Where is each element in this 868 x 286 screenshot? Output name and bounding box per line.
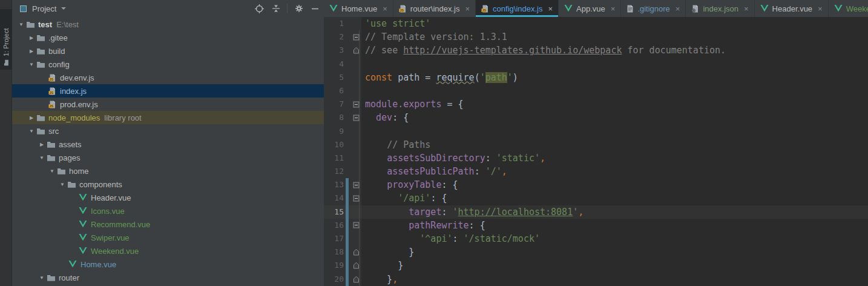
folder-icon — [36, 34, 45, 42]
close-tab-icon[interactable]: × — [611, 4, 616, 13]
close-tab-icon[interactable]: × — [676, 4, 680, 13]
code-line-17[interactable]: 17 '^api': '/static/mock' — [324, 232, 868, 245]
tree-item-build[interactable]: ▶build — [12, 44, 324, 58]
fold-end-icon[interactable] — [350, 273, 361, 286]
tab-config-index-js[interactable]: JSconfig\index.js× — [476, 0, 559, 17]
project-tool-window-button[interactable]: 1: Project — [0, 9, 12, 70]
tree-item-node-modules[interactable]: ▶node_moduleslibrary root — [12, 111, 324, 124]
vcs-change-marker — [346, 178, 349, 191]
line-number: 10 — [324, 138, 344, 151]
tab-home-vue[interactable]: Home.vue× — [324, 0, 393, 17]
fold-end-icon[interactable] — [350, 259, 361, 272]
chevron-expanded-icon[interactable]: ▼ — [48, 168, 56, 174]
locate-icon[interactable] — [254, 4, 265, 14]
chevron-expanded-icon[interactable]: ▼ — [27, 128, 36, 134]
close-tab-icon[interactable]: × — [744, 4, 749, 13]
tree-item-router[interactable]: ▼router — [12, 271, 324, 284]
tree-item-components[interactable]: ▼components — [12, 178, 324, 191]
tree-item-index-js[interactable]: JSindex.js — [12, 84, 324, 98]
code-line-14[interactable]: 14 '/api': { — [324, 191, 868, 205]
close-tab-icon[interactable]: × — [465, 4, 470, 13]
code-line-1[interactable]: 1'use strict' — [324, 17, 868, 30]
code-line-11[interactable]: 11 assetsSubDirectory: 'static', — [324, 151, 868, 165]
code-line-18[interactable]: 18 } — [324, 245, 868, 259]
code-line-15[interactable]: 15 target: 'http://localhost:8081', — [324, 205, 868, 219]
chevron-collapsed-icon[interactable]: ▶ — [38, 142, 46, 147]
tree-item-swiper-vue[interactable]: Swiper.vue — [12, 231, 324, 244]
code-line-13[interactable]: 13 proxyTable: { — [324, 178, 868, 191]
code-line-4[interactable]: 4 — [324, 58, 868, 71]
tree-item-header-vue[interactable]: Header.vue — [12, 191, 324, 204]
fold-collapse-icon[interactable] — [350, 111, 361, 124]
tree-item-assets[interactable]: ▶assets — [12, 138, 324, 151]
code-line-7[interactable]: 7module.exports = { — [324, 98, 868, 111]
line-number: 16 — [324, 219, 344, 232]
vcs-change-marker — [346, 245, 349, 259]
code-line-12[interactable]: 12 assetsPublicPath: '/', — [324, 165, 868, 178]
settings-gear-icon[interactable] — [294, 4, 304, 14]
code-line-2[interactable]: 2// Template version: 1.3.1 — [324, 30, 868, 44]
close-tab-icon[interactable]: × — [548, 4, 553, 13]
project-view-selector[interactable]: Project — [18, 4, 66, 14]
tab-header-vue[interactable]: Header.vue× — [755, 0, 829, 17]
tree-item-dev-env-js[interactable]: JSdev.env.js — [12, 71, 324, 84]
tree-item-label: .gitee — [48, 33, 68, 42]
hide-panel-icon[interactable] — [310, 4, 320, 14]
project-panel-title: Project — [32, 4, 56, 13]
tab-index-json[interactable]: index.json× — [686, 0, 754, 17]
chevron-expanded-icon[interactable]: ▼ — [58, 182, 67, 187]
close-tab-icon[interactable]: × — [818, 4, 823, 13]
chevron-collapsed-icon[interactable]: ▶ — [27, 35, 36, 41]
fold-collapse-icon[interactable] — [350, 98, 361, 111]
tree-item-home-vue[interactable]: Home.vue — [12, 258, 324, 271]
chevron-collapsed-icon[interactable]: ▶ — [27, 115, 36, 121]
fold-collapse-icon[interactable] — [350, 191, 361, 205]
tab-router-index-js[interactable]: JSrouter\index.js× — [393, 0, 476, 17]
code-editor[interactable]: 1'use strict'2// Template version: 1.3.1… — [324, 17, 868, 286]
collapse-all-icon[interactable] — [271, 4, 281, 14]
tree-item-prod-env-js[interactable]: JSprod.env.js — [12, 98, 324, 111]
chevron-expanded-icon[interactable]: ▼ — [27, 62, 36, 67]
editor-tab-bar: Home.vue×JSrouter\index.js×JSconfig\inde… — [324, 0, 868, 17]
code-line-16[interactable]: 16 pathRewrite: { — [324, 219, 868, 232]
tab-weekend-vue[interactable]: Weekend.vue× — [829, 0, 868, 17]
tree-item-src[interactable]: ▼src — [12, 124, 324, 138]
code-line-19[interactable]: 19 } — [324, 259, 868, 272]
code-line-9[interactable]: 9 — [324, 125, 868, 138]
tab-app-vue[interactable]: App.vue× — [559, 0, 621, 17]
chevron-expanded-icon[interactable]: ▼ — [17, 22, 25, 27]
code-line-8[interactable]: 8 dev: { — [324, 111, 868, 124]
vcs-change-marker — [346, 151, 349, 165]
tree-item-label: build — [48, 47, 65, 56]
close-tab-icon[interactable]: × — [383, 4, 387, 13]
project-panel-header: Project — [12, 0, 324, 17]
tree-item-pages[interactable]: ▼pages — [12, 151, 324, 164]
chevron-expanded-icon[interactable]: ▼ — [38, 155, 46, 161]
toolbar-separator — [287, 4, 288, 13]
chevron-expanded-icon[interactable]: ▼ — [38, 275, 46, 281]
vue-file-icon — [564, 5, 573, 12]
code-text: '/api': { — [361, 191, 868, 205]
tree-item-home[interactable]: ▼home — [12, 164, 324, 178]
fold-collapse-icon[interactable] — [350, 219, 361, 232]
tree-item-recommend-vue[interactable]: Recommend.vue — [12, 218, 324, 231]
code-line-6[interactable]: 6 — [324, 84, 868, 98]
tree-item-config[interactable]: ▼config — [12, 58, 324, 71]
code-line-10[interactable]: 10 // Paths — [324, 138, 868, 151]
code-line-20[interactable]: 20 }, — [324, 273, 868, 286]
tree-item-label: config — [48, 60, 70, 69]
tab-gitignore[interactable]: .gitignore× — [621, 0, 686, 17]
tree-item-test[interactable]: ▼testE:\test — [12, 18, 324, 31]
tree-item-gitee[interactable]: ▶.gitee — [12, 31, 324, 44]
tree-item-icons-vue[interactable]: Icons.vue — [12, 204, 324, 218]
fold-end-icon[interactable] — [350, 44, 361, 57]
fold-collapse-icon[interactable] — [350, 30, 361, 44]
ide-window: 1: Project Project ▼testE:\test▶.gitee▶b… — [0, 0, 868, 286]
fold-end-icon[interactable] — [350, 245, 361, 259]
code-line-5[interactable]: 5const path = require('path') — [324, 71, 868, 84]
fold-collapse-icon[interactable] — [350, 178, 361, 191]
tree-item-label: router — [59, 273, 79, 282]
tree-item-weekend-vue[interactable]: Weekend.vue — [12, 244, 324, 258]
code-line-3[interactable]: 3// see http://vuejs-templates.github.io… — [324, 44, 868, 57]
chevron-collapsed-icon[interactable]: ▶ — [27, 48, 36, 54]
